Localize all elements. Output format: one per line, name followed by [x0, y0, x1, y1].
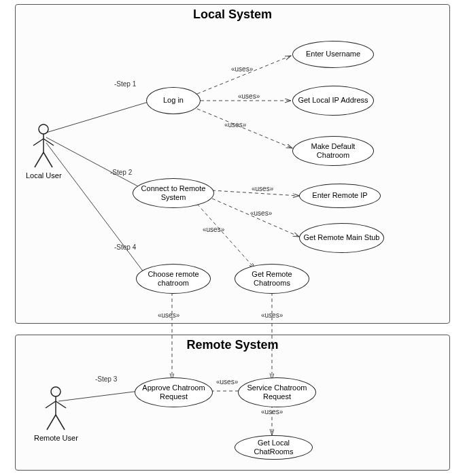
usecase-text: Approve Chatroom Request: [138, 384, 209, 401]
svg-line-18: [35, 152, 44, 167]
uses-label: «uses»: [261, 311, 283, 319]
usecase-approve-chatroom-request: Approve Chatroom Request: [135, 377, 213, 407]
uses-label: «uses»: [261, 408, 283, 415]
usecase-text: Service Chatroom Request: [241, 384, 313, 401]
usecase-get-remote-chatrooms: Get Remote Chatrooms: [235, 264, 309, 294]
uses-label: «uses»: [203, 226, 224, 233]
remote-user-label: Remote User: [34, 434, 78, 442]
step2-label: -Step 2: [110, 169, 132, 176]
usecase-get-local-ip: Get Local IP Address: [292, 86, 374, 116]
usecase-login: Log in: [146, 87, 201, 114]
local-system-box: Local System: [15, 4, 450, 324]
svg-point-14: [39, 124, 48, 134]
actor-icon: [32, 124, 55, 170]
usecase-get-remote-main-stub: Get Remote Main Stub: [299, 223, 384, 253]
svg-line-19: [44, 152, 52, 167]
uses-label: «uses»: [224, 121, 246, 129]
svg-line-17: [44, 139, 54, 146]
svg-line-16: [33, 139, 44, 146]
remote-system-title: Remote System: [186, 338, 278, 352]
usecase-enter-remote-ip: Enter Remote IP: [299, 184, 381, 208]
local-system-title: Local System: [193, 7, 272, 22]
svg-point-20: [51, 387, 61, 396]
usecase-enter-username: Enter Username: [292, 41, 374, 68]
usecase-text: Get Local IP Address: [298, 96, 368, 105]
uses-label: «uses»: [238, 92, 260, 100]
uses-label: «uses»: [216, 378, 238, 386]
diagram-root: Local System Remote System: [0, 0, 465, 476]
usecase-choose-remote-chatroom: Choose remote chatroom: [136, 264, 211, 294]
step3-label: -Step 3: [95, 375, 117, 383]
uses-label: «uses»: [250, 209, 272, 217]
usecase-text: Enter Remote IP: [312, 191, 367, 200]
svg-line-22: [46, 401, 56, 408]
usecase-text: Connect to Remote System: [136, 184, 211, 202]
remote-system-box: Remote System: [15, 335, 450, 471]
svg-line-25: [56, 415, 65, 430]
local-user-actor: Local User: [26, 124, 62, 180]
usecase-make-default-chatroom: Make Default Chatroom: [292, 136, 374, 166]
local-user-label: Local User: [26, 171, 62, 180]
usecase-text: Make Default Chatroom: [296, 142, 371, 160]
svg-line-23: [56, 401, 66, 408]
usecase-connect-remote: Connect to Remote System: [133, 178, 214, 208]
uses-label: «uses»: [231, 65, 253, 73]
actor-icon: [44, 386, 67, 432]
remote-user-actor: Remote User: [34, 386, 78, 442]
usecase-text: Choose remote chatroom: [139, 270, 207, 288]
usecase-text: Get Local ChatRooms: [238, 439, 309, 456]
usecase-get-local-chatrooms: Get Local ChatRooms: [235, 435, 313, 460]
usecase-login-text: Log in: [163, 96, 184, 105]
usecase-text: Get Remote Chatrooms: [238, 270, 306, 288]
step4-label: -Step 4: [114, 243, 136, 251]
usecase-service-chatroom-request: Service Chatroom Request: [238, 377, 316, 407]
step1-label: -Step 1: [114, 80, 136, 88]
usecase-text: Get Remote Main Stub: [304, 233, 380, 242]
usecase-text: Enter Username: [306, 50, 360, 58]
uses-label: «uses»: [252, 185, 273, 192]
uses-label: «uses»: [158, 311, 179, 319]
svg-line-24: [47, 415, 56, 430]
